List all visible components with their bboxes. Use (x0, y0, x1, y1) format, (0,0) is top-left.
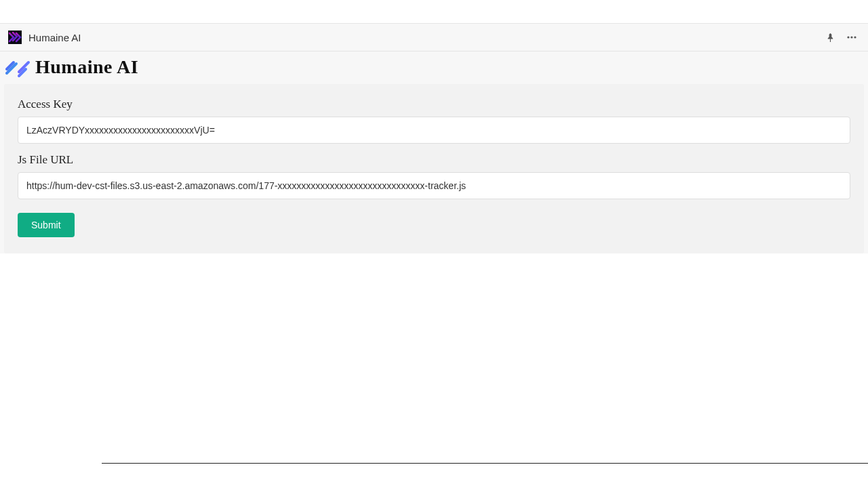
content-area: Humaine AI Access Key Js File URL Submit (0, 52, 868, 253)
brand-header: Humaine AI (0, 52, 868, 84)
titlebar: Humaine AI (0, 23, 868, 52)
svg-point-2 (850, 36, 852, 38)
svg-point-3 (854, 36, 856, 38)
form-card: Access Key Js File URL Submit (4, 84, 864, 253)
js-file-url-label: Js File URL (18, 153, 850, 167)
pin-icon[interactable] (822, 29, 838, 45)
access-key-input[interactable] (18, 117, 850, 144)
brand-name: Humaine AI (35, 56, 138, 78)
access-key-label: Access Key (18, 98, 850, 111)
more-icon[interactable] (844, 29, 860, 45)
submit-button[interactable]: Submit (18, 213, 75, 237)
app-title: Humaine AI (28, 32, 816, 43)
brand-logo-icon (4, 56, 31, 79)
app-icon (8, 30, 22, 44)
js-file-url-field: Js File URL (18, 153, 850, 199)
footer-divider (102, 463, 868, 464)
svg-point-1 (847, 36, 849, 38)
js-file-url-input[interactable] (18, 172, 850, 199)
top-spacer (0, 0, 868, 23)
access-key-field: Access Key (18, 98, 850, 144)
